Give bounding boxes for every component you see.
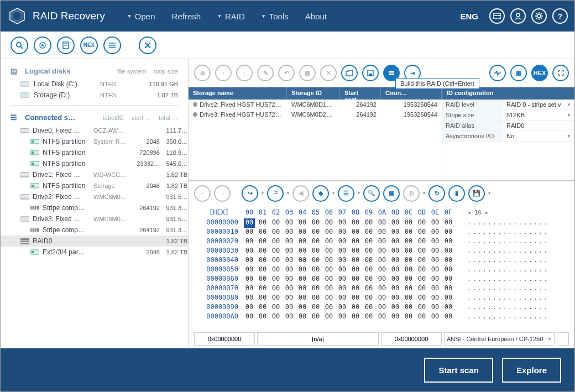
language-label[interactable]: ENG bbox=[460, 12, 478, 21]
svg-rect-2 bbox=[493, 13, 501, 19]
hex-refresh-icon[interactable]: ↻ bbox=[428, 185, 445, 202]
col-start-sect[interactable]: Start sect… bbox=[340, 87, 381, 100]
hex-row[interactable]: 0000001000000000000000000000000000000000… bbox=[194, 228, 569, 237]
svg-rect-45 bbox=[32, 228, 33, 232]
hex-tag-icon[interactable]: ◆ bbox=[312, 185, 329, 202]
menu-open[interactable]: ▼Open bbox=[127, 12, 155, 21]
storage-row[interactable]: Drive3: Fixed …WMC6M0…931.5… bbox=[1, 213, 188, 224]
svg-line-11 bbox=[541, 18, 542, 19]
pulse-icon[interactable] bbox=[489, 65, 506, 81]
edit-icon: ✎ bbox=[257, 65, 274, 81]
svg-rect-32 bbox=[32, 151, 34, 154]
col-storage-name[interactable]: Storage name bbox=[189, 87, 287, 100]
storage-row[interactable]: Stripe comp…264192931.3… bbox=[1, 224, 188, 236]
topbar-card-icon[interactable] bbox=[489, 8, 505, 24]
hex-list-icon[interactable]: ☰ bbox=[338, 185, 354, 202]
encoding-select[interactable]: ANSI - Central European / CP-1250▼ bbox=[444, 332, 555, 346]
expand-icon[interactable]: ⛶ bbox=[552, 65, 569, 81]
right-offset-input[interactable] bbox=[381, 332, 442, 346]
open-folder-icon[interactable] bbox=[341, 65, 358, 81]
menu-tools[interactable]: ▼Tools bbox=[262, 12, 289, 21]
col-storage-id[interactable]: Storage ID bbox=[287, 87, 340, 100]
hex-goto-icon[interactable]: ↪ bbox=[242, 185, 258, 202]
hex-row[interactable]: 0000003000000000000000000000000000000000… bbox=[194, 247, 569, 256]
config-row[interactable]: Asynchronous I/ONo▼ bbox=[442, 131, 574, 142]
hex-view-icon[interactable]: HEX bbox=[531, 65, 548, 81]
list-icon[interactable] bbox=[103, 36, 121, 54]
storage-row[interactable]: RAID01.82 TB bbox=[1, 236, 188, 247]
gear-icon[interactable] bbox=[531, 8, 547, 24]
hex-row[interactable]: 0000007000000000000000000000000000000000… bbox=[194, 284, 569, 294]
svg-line-15 bbox=[20, 46, 23, 49]
storage-row[interactable]: Drive2: Fixed …WMC6M0…931.5… bbox=[1, 191, 188, 202]
svg-rect-48 bbox=[20, 238, 29, 240]
status-extra[interactable] bbox=[557, 332, 569, 346]
storage-row[interactable]: NTFS partitionStorage20481.82 TB bbox=[1, 180, 188, 191]
hex-row[interactable]: 000000A000000000000000000000000000000000… bbox=[194, 312, 569, 322]
config-row[interactable]: RAID aliasRAID0 bbox=[442, 121, 574, 131]
svg-rect-41 bbox=[34, 206, 35, 210]
menu-about[interactable]: About bbox=[305, 12, 327, 21]
storage-row[interactable]: Drive0: Fixed …OCZ-AW…111.7… bbox=[1, 125, 188, 136]
menu-raid[interactable]: ▼RAID bbox=[217, 12, 245, 21]
storage-row[interactable]: Drive1: Fixed …WD-WCC…1.82 TB bbox=[1, 169, 188, 180]
start-scan-button[interactable]: Start scan bbox=[424, 358, 493, 383]
storage-row[interactable]: NTFS partition720896110.9… bbox=[1, 147, 188, 158]
raid-icon bbox=[20, 237, 29, 245]
hex-save-icon[interactable]: 💾 bbox=[468, 185, 485, 202]
hex-row[interactable]: 0000000000000000000000000000000000000000… bbox=[194, 218, 569, 228]
save-icon[interactable] bbox=[362, 65, 379, 81]
table-row[interactable]: Drive3: Fixed HGST HUS722T1…WMC6M0D2D6XA… bbox=[189, 109, 442, 119]
hex-row[interactable]: 0000008000000000000000000000000000000000… bbox=[194, 294, 569, 303]
storage-row[interactable]: NTFS partitionSystem R…2048350.0… bbox=[1, 136, 188, 147]
hex-grid-icon[interactable]: ▦ bbox=[383, 185, 400, 202]
menu-refresh[interactable]: Refresh bbox=[172, 12, 201, 21]
svg-rect-35 bbox=[20, 173, 29, 177]
close-icon[interactable] bbox=[139, 36, 156, 54]
search-icon[interactable] bbox=[11, 36, 28, 54]
app-title: RAID Recovery bbox=[33, 10, 105, 22]
svg-rect-42 bbox=[36, 206, 37, 210]
svg-point-4 bbox=[516, 13, 520, 17]
hex-label: [HEX] bbox=[194, 208, 244, 216]
storage-row[interactable]: NTFS partition23332…545.0… bbox=[1, 158, 188, 169]
center-input[interactable] bbox=[257, 332, 379, 346]
hex-row[interactable]: 0000004000000000000000000000000000000000… bbox=[194, 256, 569, 265]
undo-icon: ↶ bbox=[278, 65, 295, 81]
storage-row[interactable]: Ext2/3/4 par…20481.82 TB bbox=[1, 247, 188, 258]
user-icon[interactable] bbox=[510, 8, 526, 24]
hex-search-icon[interactable]: 🔍 bbox=[363, 185, 380, 202]
hex-page-nav[interactable]: ◂16▸ bbox=[467, 208, 489, 216]
hex-copy-icon: ⎘ bbox=[403, 185, 420, 202]
config-row[interactable]: RAID levelRAID 0 - stripe set v▼ bbox=[442, 100, 574, 110]
col-count[interactable]: Coun… bbox=[381, 87, 442, 100]
hex-col-icon[interactable]: ▮ bbox=[448, 185, 465, 202]
storage-row[interactable]: Stripe comp…264192931.3… bbox=[1, 202, 188, 213]
hex-row[interactable]: 0000009000000000000000000000000000000000… bbox=[194, 303, 569, 312]
offset-input[interactable] bbox=[194, 332, 255, 346]
svg-rect-46 bbox=[34, 228, 35, 232]
help-icon[interactable]: ? bbox=[552, 8, 568, 24]
stripe-icon bbox=[30, 204, 39, 212]
scan-icon[interactable] bbox=[34, 36, 51, 54]
document-icon[interactable] bbox=[57, 36, 75, 54]
disk-icon bbox=[20, 171, 29, 179]
chart-icon[interactable]: ▦ bbox=[510, 65, 527, 81]
logical-disk-row[interactable]: Storage (D:)NTFS1.82 TB bbox=[1, 90, 188, 101]
config-row[interactable]: Stripe size512KB▼ bbox=[442, 110, 574, 121]
table-row[interactable]: Drive2: Fixed HGST HUS722T1…WMC6M0D1PLCA… bbox=[189, 100, 442, 109]
logical-disk-row[interactable]: Local Disk (C:)NTFS110.91 GB bbox=[1, 79, 188, 90]
svg-rect-30 bbox=[32, 140, 34, 143]
hex-row[interactable]: 0000005000000000000000000000000000000000… bbox=[194, 265, 569, 275]
svg-point-5 bbox=[537, 14, 541, 18]
logical-disks-header: ▤ Logical disks file systemtotal size bbox=[1, 64, 188, 79]
explore-button[interactable]: Explore bbox=[502, 358, 561, 383]
svg-rect-40 bbox=[32, 206, 33, 210]
down-arrow-icon: ↓ bbox=[236, 65, 253, 81]
svg-rect-34 bbox=[32, 163, 34, 165]
hex-row[interactable]: 0000006000000000000000000000000000000000… bbox=[194, 275, 569, 284]
hex-bookmark-icon[interactable]: ⚐ bbox=[267, 185, 284, 202]
hex-button[interactable]: HEX bbox=[80, 36, 98, 54]
raid-config-header: ID configuration bbox=[442, 87, 574, 100]
hex-row[interactable]: 0000002000000000000000000000000000000000… bbox=[194, 237, 569, 247]
